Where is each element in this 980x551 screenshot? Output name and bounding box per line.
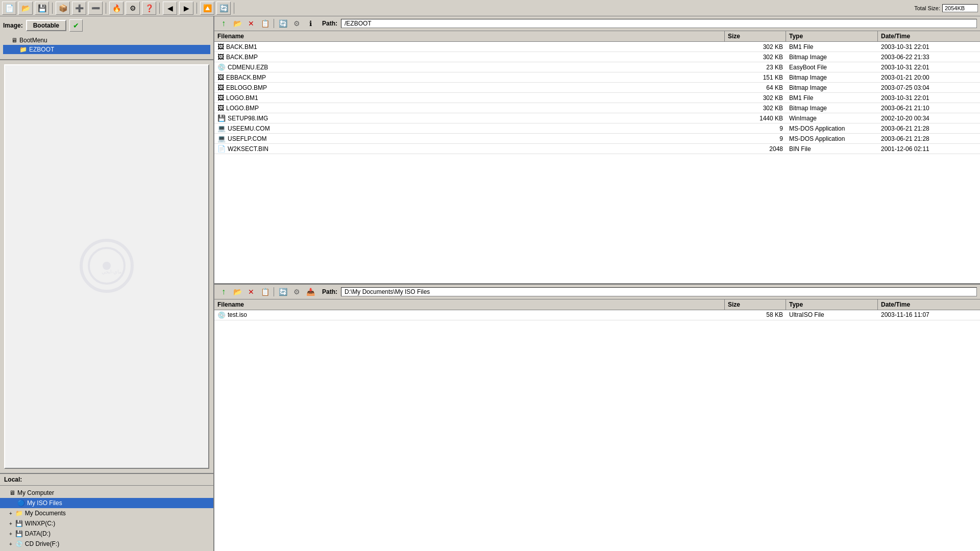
table-row[interactable]: 💻 USEEMU.COM 9 MS-DOS Application 2003-0… bbox=[214, 123, 980, 134]
file-cell-type: Bitmap Image bbox=[786, 52, 878, 62]
tree-label-bootmenu: BootMenu bbox=[19, 37, 47, 44]
local-item-myisofiles[interactable]: 🔵 My ISO Files bbox=[0, 498, 213, 508]
table-row[interactable]: 📄 W2KSECT.BIN 2048 BIN File 2001-12-06 0… bbox=[214, 144, 980, 154]
toolbar-sep-5 bbox=[234, 3, 234, 14]
toolbar-btn-up[interactable]: 🔼 bbox=[200, 2, 214, 15]
lower-col-type[interactable]: Type bbox=[786, 299, 878, 310]
file-cell-type: Bitmap Image bbox=[786, 103, 878, 113]
toolbar-btn-extract[interactable]: 📦 bbox=[56, 2, 70, 15]
local-header: Local: bbox=[0, 474, 213, 486]
upper-btn-folder[interactable]: 📂 bbox=[231, 18, 243, 29]
table-row[interactable]: 🖼 EBLOGO.BMP 64 KB Bitmap Image 2003-07-… bbox=[214, 83, 980, 93]
check-button[interactable]: ✔ bbox=[69, 19, 83, 32]
local-label-cddrive: CD Drive(F:) bbox=[25, 540, 59, 547]
local-label-mycomputer: My Computer bbox=[17, 489, 54, 496]
lower-btn-delete[interactable]: ✕ bbox=[245, 286, 257, 297]
table-row[interactable]: 💻 USEFLP.COM 9 MS-DOS Application 2003-0… bbox=[214, 134, 980, 144]
lower-path-label: Path: bbox=[322, 288, 337, 295]
mydocuments-icon: 📁 bbox=[15, 510, 23, 517]
local-section: Local: 🖥 My Computer 🔵 My ISO Files + 📁 bbox=[0, 473, 213, 551]
file-cell-size: 151 KB bbox=[725, 72, 786, 82]
toolbar-btn-forward[interactable]: ▶ bbox=[179, 2, 193, 15]
table-row[interactable]: 💿 CDMENU.EZB 23 KB EasyBoot File 2003-10… bbox=[214, 62, 980, 72]
file-cell-datetime: 2003-06-21 21:28 bbox=[878, 123, 980, 133]
file-cell-size: 23 KB bbox=[725, 62, 786, 72]
iso-tree: 🖥 BootMenu 📁 EZBOOT bbox=[3, 34, 210, 56]
toolbar-btn-new[interactable]: 📄 bbox=[2, 2, 16, 15]
upper-col-size[interactable]: Size bbox=[725, 31, 786, 41]
lower-btn-refresh[interactable]: 🔄 bbox=[277, 286, 289, 297]
local-item-winxp[interactable]: + 💾 WINXP(C:) bbox=[0, 518, 213, 529]
toolbar-btn-refresh[interactable]: 🔄 bbox=[216, 2, 231, 15]
file-cell-datetime: 2001-12-06 02:11 bbox=[878, 144, 980, 154]
upper-path-label: Path: bbox=[322, 20, 337, 27]
upper-col-datetime[interactable]: Date/Time bbox=[878, 31, 980, 41]
preview-area: ماي-ايجي bbox=[4, 64, 209, 469]
file-cell-size: 64 KB bbox=[725, 83, 786, 92]
file-icon: 💿 bbox=[217, 63, 226, 71]
expand-winxp: + bbox=[9, 521, 12, 527]
file-name: USEEMU.COM bbox=[228, 125, 270, 132]
upper-btn-copy[interactable]: 📋 bbox=[259, 18, 271, 29]
file-cell-name: 💻 USEFLP.COM bbox=[214, 134, 725, 143]
lower-col-datetime[interactable]: Date/Time bbox=[878, 299, 980, 310]
tree-item-bootmenu[interactable]: 🖥 BootMenu bbox=[3, 36, 210, 45]
file-cell-name: 💻 USEEMU.COM bbox=[214, 123, 725, 133]
table-row[interactable]: 🖼 BACK.BM1 302 KB BM1 File 2003-10-31 22… bbox=[214, 42, 980, 52]
upper-col-filename[interactable]: Filename bbox=[214, 31, 725, 41]
lower-file-header: Filename Size Type Date/Time bbox=[214, 299, 980, 310]
bootable-button[interactable]: Bootable bbox=[26, 20, 66, 31]
toolbar-sep-1 bbox=[52, 3, 53, 14]
lower-btn-up[interactable]: ↑ bbox=[217, 286, 230, 297]
toolbar-btn-remove[interactable]: ➖ bbox=[88, 2, 103, 15]
local-item-cddrive[interactable]: + 💿 CD Drive(F:) bbox=[0, 539, 213, 549]
toolbar-btn-settings[interactable]: ⚙ bbox=[126, 2, 140, 15]
toolbar-sep-3 bbox=[159, 3, 160, 14]
file-cell-type: MS-DOS Application bbox=[786, 123, 878, 133]
file-icon: 💻 bbox=[217, 124, 226, 132]
table-row[interactable]: 🖼 LOGO.BMP 302 KB Bitmap Image 2003-06-2… bbox=[214, 103, 980, 113]
local-item-mydocuments[interactable]: + 📁 My Documents bbox=[0, 508, 213, 518]
lower-btn-settings[interactable]: ⚙ bbox=[290, 286, 303, 297]
left-panel: Image: Bootable ✔ 🖥 BootMenu 📁 EZBOOT bbox=[0, 16, 214, 551]
file-cell-datetime: 2003-10-31 22:01 bbox=[878, 93, 980, 103]
toolbar-btn-save[interactable]: 💾 bbox=[35, 2, 49, 15]
local-label-myisofiles: My ISO Files bbox=[27, 499, 62, 507]
upper-btn-up[interactable]: ↑ bbox=[217, 18, 230, 29]
table-row[interactable]: 💾 SETUP98.IMG 1440 KB WinImage 2002-10-2… bbox=[214, 113, 980, 123]
upper-btn-delete[interactable]: ✕ bbox=[245, 18, 257, 29]
tree-item-ezboot[interactable]: 📁 EZBOOT bbox=[3, 45, 210, 54]
lower-btn-add-to-iso[interactable]: 📥 bbox=[304, 286, 316, 297]
toolbar-btn-open[interactable]: 📂 bbox=[18, 2, 33, 15]
file-name: CDMENU.EZB bbox=[228, 64, 268, 71]
toolbar-btn-add[interactable]: ➕ bbox=[72, 2, 86, 15]
toolbar-btn-help[interactable]: ❓ bbox=[142, 2, 156, 15]
local-item-mycomputer[interactable]: 🖥 My Computer bbox=[0, 488, 213, 498]
file-cell-datetime: 2003-07-25 03:04 bbox=[878, 83, 980, 92]
file-icon: 🖼 bbox=[217, 94, 224, 102]
lower-btn-copy[interactable]: 📋 bbox=[259, 286, 271, 297]
toolbar-btn-back[interactable]: ◀ bbox=[163, 2, 177, 15]
upper-btn-refresh[interactable]: 🔄 bbox=[277, 18, 289, 29]
local-item-data[interactable]: + 💾 DATA(D:) bbox=[0, 529, 213, 539]
table-row[interactable]: 💿 test.iso 58 KB UltraISO File 2003-11-1… bbox=[214, 310, 980, 320]
lower-btn-folder[interactable]: 📂 bbox=[231, 286, 243, 297]
table-row[interactable]: 🖼 EBBACK.BMP 151 KB Bitmap Image 2003-01… bbox=[214, 72, 980, 83]
file-cell-datetime: 2003-01-21 20:00 bbox=[878, 72, 980, 82]
file-name: test.iso bbox=[228, 311, 247, 318]
lower-col-filename[interactable]: Filename bbox=[214, 299, 725, 310]
file-cell-name: 🖼 BACK.BMP bbox=[214, 52, 725, 62]
upper-btn-info[interactable]: ℹ bbox=[304, 18, 316, 29]
lower-col-size[interactable]: Size bbox=[725, 299, 786, 310]
table-row[interactable]: 🖼 BACK.BMP 302 KB Bitmap Image 2003-06-2… bbox=[214, 52, 980, 62]
lower-path-value: D:\My Documents\My ISO Files bbox=[341, 287, 977, 296]
table-row[interactable]: 🖼 LOGO.BM1 302 KB BM1 File 2003-10-31 22… bbox=[214, 93, 980, 103]
file-cell-size: 58 KB bbox=[725, 310, 786, 320]
file-icon: 💾 bbox=[217, 114, 226, 122]
file-icon: 🖼 bbox=[217, 53, 224, 61]
upper-btn-settings[interactable]: ⚙ bbox=[290, 18, 303, 29]
cddrive-icon: 💿 bbox=[15, 540, 23, 547]
upper-col-type[interactable]: Type bbox=[786, 31, 878, 41]
toolbar-btn-burn[interactable]: 🔥 bbox=[109, 2, 124, 15]
file-cell-type: MS-DOS Application bbox=[786, 134, 878, 143]
